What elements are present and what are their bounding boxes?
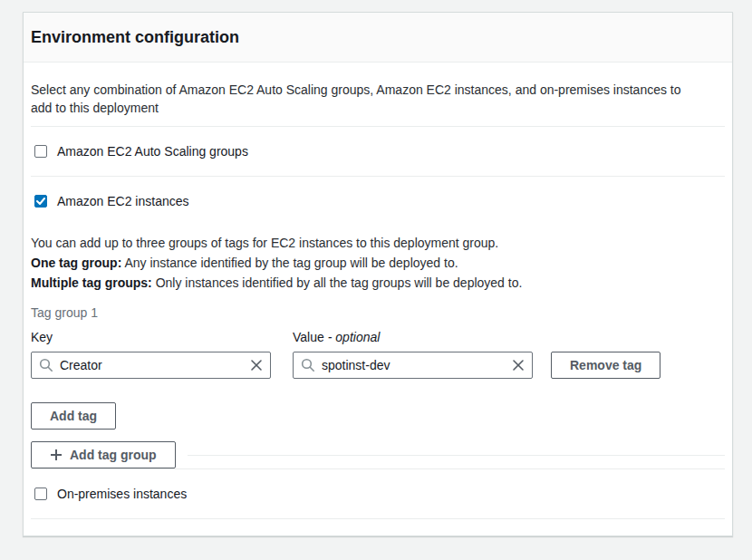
panel-title: Environment configuration: [31, 27, 725, 47]
divider: [188, 455, 725, 456]
search-icon: [301, 358, 315, 372]
clear-x-icon: [512, 359, 525, 372]
plus-icon: [50, 449, 63, 461]
tag-key-label: Key: [31, 330, 271, 344]
tag-value-input[interactable]: [322, 358, 506, 372]
tag-value-input-wrap: [293, 352, 533, 379]
clear-x-icon: [250, 359, 263, 372]
tag-value-label: Value- optional: [293, 330, 533, 344]
tag-key-input-wrap: [31, 352, 271, 379]
tag-value-clear-button[interactable]: [512, 359, 525, 372]
panel-header: Environment configuration: [24, 13, 732, 63]
divider: [31, 518, 725, 519]
panel-description: Select any combination of Amazon EC2 Aut…: [31, 81, 703, 117]
ec2-tag-help-text: You can add up to three groups of tags f…: [31, 233, 725, 293]
add-tag-group-button[interactable]: Add tag group: [31, 441, 176, 468]
tag-key-field: Key: [31, 330, 271, 379]
tag-key-input[interactable]: [60, 358, 244, 372]
asg-checkbox-label[interactable]: Amazon EC2 Auto Scaling groups: [57, 142, 248, 160]
add-tag-button[interactable]: Add tag: [31, 402, 116, 430]
tag-row: Key Value- optional: [31, 330, 725, 379]
tag-value-field: Value- optional: [293, 330, 533, 379]
search-icon: [39, 358, 53, 372]
check-icon: [36, 198, 45, 205]
onprem-checkbox[interactable]: [34, 488, 47, 500]
ec2-checkbox-row: Amazon EC2 instances: [34, 177, 725, 226]
environment-configuration-panel: Environment configuration Select any com…: [23, 12, 733, 536]
asg-checkbox[interactable]: [34, 145, 47, 158]
optional-suffix: - optional: [328, 330, 381, 344]
ec2-checkbox[interactable]: [34, 195, 47, 208]
help-line-intro: You can add up to three groups of tags f…: [31, 233, 725, 253]
onprem-checkbox-row: On-premises instances: [34, 469, 725, 518]
onprem-checkbox-label[interactable]: On-premises instances: [57, 485, 187, 503]
help-line-multi-tag: Multiple tag groups: Only instances iden…: [31, 273, 725, 293]
ec2-checkbox-label[interactable]: Amazon EC2 instances: [57, 192, 189, 210]
tag-group-label: Tag group 1: [31, 304, 725, 321]
remove-tag-button[interactable]: Remove tag: [551, 352, 660, 379]
help-line-one-tag: One tag group: Any instance identified b…: [31, 253, 725, 273]
add-tag-group-row: Add tag group: [31, 441, 725, 468]
asg-checkbox-row: Amazon EC2 Auto Scaling groups: [34, 127, 725, 176]
tag-key-clear-button[interactable]: [250, 359, 263, 372]
panel-body: Select any combination of Amazon EC2 Aut…: [24, 81, 732, 536]
